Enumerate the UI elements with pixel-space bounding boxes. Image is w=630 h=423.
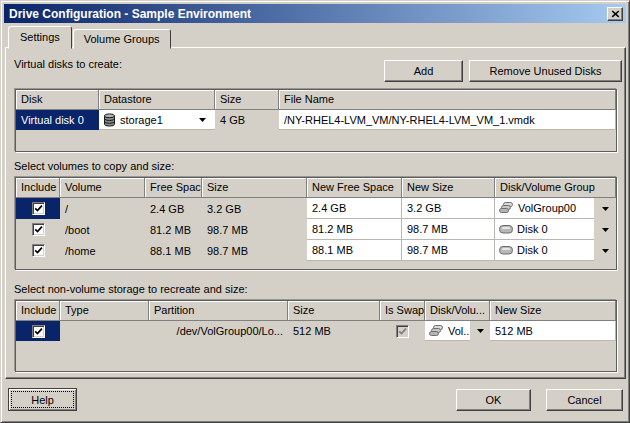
new-free-space-field[interactable]: 88.1 MB — [307, 240, 402, 261]
column-header-new-free-space: New Free Space — [307, 178, 402, 198]
add-button[interactable]: Add — [384, 60, 463, 82]
is-swap-cell — [380, 321, 425, 341]
disk-volu-combobox[interactable]: Vol... — [425, 321, 490, 341]
free-space-cell: 88.1 MB — [145, 240, 202, 261]
remove-unused-disks-button[interactable]: Remove Unused Disks — [469, 60, 622, 82]
column-header-is-swap: Is Swap — [380, 301, 425, 321]
tab-strip: Settings Volume Groups — [8, 26, 172, 49]
column-header-disk-volume-group: Disk/Volume Group — [495, 178, 616, 198]
disk-volume-group-value: Disk 0 — [517, 244, 548, 256]
column-header-free-space: Free Space — [145, 178, 202, 198]
column-header-volume: Volume — [60, 178, 145, 198]
file-name-field[interactable]: /NY-RHEL4-LVM_VM/NY-RHEL4-LVM_VM_1.vmdk — [279, 110, 616, 130]
new-free-space-field[interactable]: 81.2 MB — [307, 219, 402, 240]
datastore-icon — [103, 113, 116, 127]
tab-volume-groups[interactable]: Volume Groups — [73, 29, 171, 49]
volume-cell: /home — [60, 240, 145, 261]
virtual-disks-label: Virtual disks to create: — [14, 58, 122, 70]
disk-volume-group-cell: Disk 0 — [495, 219, 616, 240]
non-volume-label: Select non-volume storage to recreate an… — [14, 283, 248, 295]
column-header-size: Size — [288, 301, 380, 321]
new-size-field[interactable]: 512 MB — [490, 321, 616, 341]
check-icon — [34, 246, 43, 255]
size-cell: 3.2 GB — [202, 198, 307, 219]
virtual-disk-name-cell[interactable]: Virtual disk 0 — [16, 110, 99, 130]
free-space-cell: 2.4 GB — [145, 198, 202, 219]
column-header-size: Size — [215, 90, 279, 110]
disk-volume-group-value: VolGroup00 — [518, 202, 576, 214]
disk-volume-group-combobox[interactable]: Disk 0 — [495, 219, 616, 240]
table-filler — [16, 341, 616, 371]
include-cell — [16, 198, 60, 219]
volume-cell: / — [60, 198, 145, 219]
virtual-disk-size-cell: 4 GB — [215, 110, 279, 130]
column-header-file-name: File Name — [279, 90, 616, 110]
check-icon — [398, 327, 407, 336]
close-button[interactable] — [607, 7, 623, 21]
new-size-field[interactable]: 98.7 MB — [402, 219, 495, 240]
volumes-label: Select volumes to copy and size: — [14, 160, 174, 172]
datastore-cell: storage1 — [99, 110, 215, 130]
check-icon — [34, 327, 43, 336]
disk-stack-icon — [429, 325, 444, 337]
new-free-space-field[interactable]: 2.4 GB — [307, 198, 402, 219]
disk-icon — [499, 245, 513, 255]
titlebar[interactable]: Drive Configuration - Sample Environment — [4, 4, 626, 23]
column-header-disk: Disk — [16, 90, 99, 110]
disk-volume-group-value: Disk 0 — [517, 223, 548, 235]
dropdown-arrow-icon[interactable] — [602, 228, 609, 232]
size-cell: 98.7 MB — [202, 219, 307, 240]
disk-volume-group-combobox[interactable]: VolGroup00 — [495, 198, 616, 219]
volumes-table: Include Volume Free Space Size New Free … — [15, 177, 617, 270]
partition-cell: /dev/VolGroup00/Lo... — [149, 321, 288, 341]
new-size-field[interactable]: 98.7 MB — [402, 240, 495, 261]
settings-tab-page: Virtual disks to create: Add Remove Unus… — [5, 47, 626, 379]
include-checkbox[interactable] — [32, 244, 45, 257]
column-header-new-size: New Size — [490, 301, 616, 321]
column-header-disk-volu: Disk/Volu... — [425, 301, 490, 321]
include-checkbox[interactable] — [32, 325, 45, 338]
help-button[interactable]: Help — [8, 388, 77, 411]
include-cell — [16, 321, 60, 341]
include-checkbox[interactable] — [32, 202, 45, 215]
disk-volume-group-combobox[interactable]: Disk 0 — [495, 240, 616, 261]
ok-button[interactable]: OK — [456, 389, 531, 411]
column-header-include: Include — [16, 301, 60, 321]
dropdown-arrow-icon[interactable] — [602, 249, 609, 253]
column-header-new-size: New Size — [402, 178, 495, 198]
include-checkbox[interactable] — [32, 223, 45, 236]
column-header-type: Type — [60, 301, 149, 321]
size-cell: 98.7 MB — [202, 240, 307, 261]
datastore-value: storage1 — [120, 114, 163, 126]
is-swap-checkbox — [396, 325, 409, 338]
disk-volume-group-cell: VolGroup00 — [495, 198, 616, 219]
virtual-disks-table: Disk Datastore Size File Name Virtual di… — [15, 89, 617, 152]
disk-volume-group-cell: Disk 0 — [495, 240, 616, 261]
disk-stack-icon — [499, 202, 514, 214]
type-cell — [60, 321, 149, 341]
tab-settings[interactable]: Settings — [8, 26, 72, 49]
window-title: Drive Configuration - Sample Environment — [9, 7, 607, 21]
include-cell — [16, 219, 60, 240]
dropdown-arrow-icon[interactable] — [477, 329, 484, 333]
dropdown-arrow-icon[interactable] — [199, 118, 206, 122]
volume-cell: /boot — [60, 219, 145, 240]
dropdown-arrow-icon[interactable] — [602, 207, 609, 211]
table-filler — [16, 130, 616, 151]
drive-configuration-dialog: Drive Configuration - Sample Environment… — [0, 0, 630, 423]
table-filler — [16, 261, 616, 269]
non-volume-table: Include Type Partition Size Is Swap Disk… — [15, 300, 617, 372]
column-header-include: Include — [16, 178, 60, 198]
close-icon — [611, 10, 620, 18]
new-size-field[interactable]: 3.2 GB — [402, 198, 495, 219]
include-cell — [16, 240, 60, 261]
disk-volu-cell: Vol... — [425, 321, 490, 341]
disk-volu-value: Vol... — [448, 325, 470, 337]
cancel-button[interactable]: Cancel — [546, 389, 623, 411]
disk-icon — [499, 224, 513, 234]
datastore-combobox[interactable]: storage1 — [99, 110, 215, 130]
column-header-datastore: Datastore — [99, 90, 215, 110]
free-space-cell: 81.2 MB — [145, 219, 202, 240]
check-icon — [34, 225, 43, 234]
column-header-partition: Partition — [149, 301, 288, 321]
